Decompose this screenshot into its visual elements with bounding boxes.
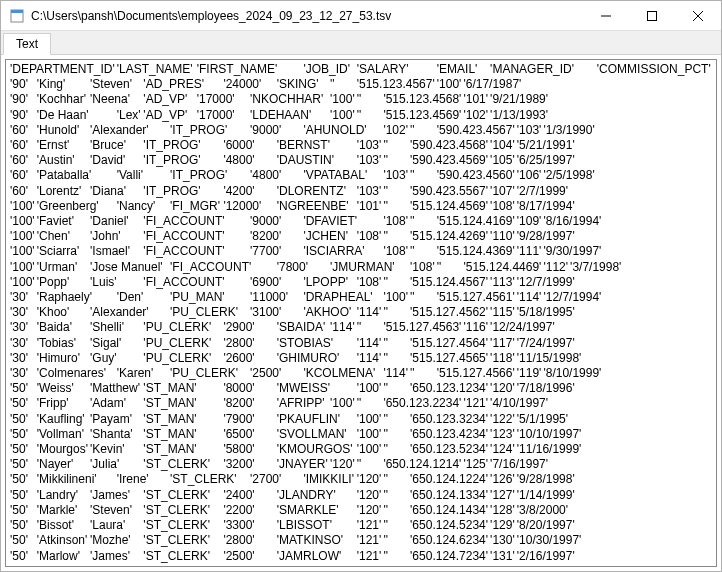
content-border: 'DEPARTMENT_ID' 'LAST_NAME' 'FIRST_NAME'… (5, 59, 717, 567)
content-wrap: 'DEPARTMENT_ID' 'LAST_NAME' 'FIRST_NAME'… (1, 55, 721, 571)
app-icon (9, 8, 25, 24)
app-window: C:\Users\pansh\Documents\employees_2024_… (0, 0, 722, 572)
titlebar: C:\Users\pansh\Documents\employees_2024_… (1, 1, 721, 31)
maximize-button[interactable] (629, 1, 675, 30)
window-controls (583, 1, 721, 30)
text-viewer[interactable]: 'DEPARTMENT_ID' 'LAST_NAME' 'FIRST_NAME'… (6, 60, 716, 566)
close-button[interactable] (675, 1, 721, 30)
tab-text[interactable]: Text (3, 33, 51, 55)
minimize-button[interactable] (583, 1, 629, 30)
svg-rect-2 (648, 11, 657, 20)
window-title: C:\Users\pansh\Documents\employees_2024_… (31, 9, 583, 23)
text-content: 'DEPARTMENT_ID' 'LAST_NAME' 'FIRST_NAME'… (6, 60, 716, 566)
svg-rect-1 (11, 10, 23, 13)
tab-bar: Text (1, 31, 721, 55)
